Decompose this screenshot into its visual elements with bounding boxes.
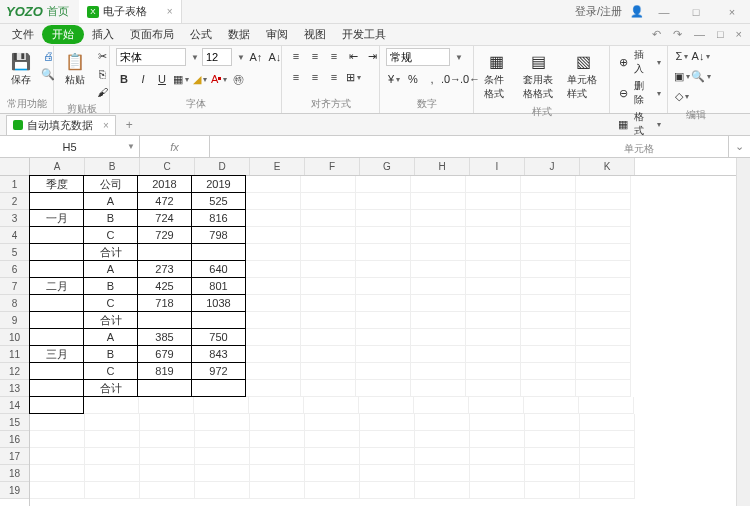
align-top-icon[interactable]: ≡ — [288, 48, 304, 64]
cut-icon[interactable]: ✂ — [94, 48, 110, 64]
cell[interactable]: 798 — [191, 226, 246, 244]
cell[interactable]: 724 — [137, 209, 192, 227]
cell[interactable] — [191, 379, 246, 397]
cell[interactable] — [466, 193, 521, 210]
align-left-icon[interactable]: ≡ — [288, 69, 304, 85]
expand-formula-icon[interactable]: ⌄ — [728, 136, 750, 157]
column-header[interactable]: K — [580, 158, 635, 175]
cell[interactable]: 季度 — [29, 175, 84, 193]
row-header[interactable]: 10 — [0, 329, 29, 346]
column-header[interactable]: H — [415, 158, 470, 175]
cell[interactable] — [85, 414, 140, 431]
cell[interactable] — [580, 465, 635, 482]
align-bottom-icon[interactable]: ≡ — [326, 48, 342, 64]
cell[interactable] — [521, 244, 576, 261]
cell[interactable] — [301, 295, 356, 312]
row-header[interactable]: 16 — [0, 431, 29, 448]
cell[interactable] — [411, 363, 466, 380]
cell[interactable] — [579, 397, 634, 414]
cell[interactable] — [30, 482, 85, 499]
cell[interactable] — [246, 176, 301, 193]
ribbon-help-icon[interactable]: □ — [713, 28, 728, 41]
cell[interactable] — [360, 482, 415, 499]
row-header[interactable]: 11 — [0, 346, 29, 363]
cell[interactable] — [305, 482, 360, 499]
cell[interactable] — [356, 227, 411, 244]
column-header[interactable]: I — [470, 158, 525, 175]
cell[interactable]: 1038 — [191, 294, 246, 312]
font-name-select[interactable] — [116, 48, 186, 66]
cell[interactable] — [411, 346, 466, 363]
cell[interactable] — [137, 243, 192, 261]
increase-font-icon[interactable]: A↑ — [248, 49, 264, 65]
cell[interactable] — [521, 380, 576, 397]
cell[interactable] — [29, 226, 84, 244]
align-middle-icon[interactable]: ≡ — [307, 48, 323, 64]
cell[interactable] — [246, 261, 301, 278]
cell[interactable]: C — [83, 362, 138, 380]
cell[interactable] — [137, 379, 192, 397]
cell[interactable] — [250, 414, 305, 431]
cell[interactable] — [301, 210, 356, 227]
cell[interactable] — [29, 294, 84, 312]
maximize-icon[interactable]: □ — [684, 6, 708, 18]
cell[interactable] — [580, 431, 635, 448]
row-header[interactable]: 6 — [0, 261, 29, 278]
close-window-icon[interactable]: × — [720, 6, 744, 18]
cell[interactable] — [356, 261, 411, 278]
cell[interactable] — [249, 397, 304, 414]
row-header[interactable]: 2 — [0, 193, 29, 210]
cell[interactable] — [301, 329, 356, 346]
cell[interactable] — [580, 448, 635, 465]
redo-icon[interactable]: ↷ — [669, 28, 686, 41]
cell[interactable] — [470, 431, 525, 448]
menu-data[interactable]: 数据 — [220, 25, 258, 44]
cell[interactable] — [191, 243, 246, 261]
cell[interactable] — [414, 397, 469, 414]
cell[interactable] — [524, 397, 579, 414]
cell[interactable]: 425 — [137, 277, 192, 295]
cell[interactable]: 2019 — [191, 175, 246, 193]
underline-icon[interactable]: U — [154, 71, 170, 87]
cell[interactable] — [140, 431, 195, 448]
cell[interactable] — [576, 261, 631, 278]
cell[interactable]: 729 — [137, 226, 192, 244]
cell[interactable]: 819 — [137, 362, 192, 380]
cell[interactable] — [411, 380, 466, 397]
format-cell-icon[interactable]: ▦ — [616, 116, 631, 132]
cell[interactable]: C — [83, 226, 138, 244]
sheet-tab[interactable]: 自动填充数据 × — [6, 115, 116, 135]
cell[interactable] — [301, 363, 356, 380]
chevron-down-icon[interactable]: ▼ — [237, 53, 245, 62]
cell[interactable] — [411, 295, 466, 312]
cell[interactable] — [466, 210, 521, 227]
column-header[interactable]: G — [360, 158, 415, 175]
cell[interactable] — [466, 295, 521, 312]
chevron-down-icon[interactable]: ▼ — [127, 142, 135, 151]
cell[interactable] — [137, 311, 192, 329]
cell[interactable] — [356, 346, 411, 363]
cell[interactable] — [194, 397, 249, 414]
cell[interactable] — [250, 482, 305, 499]
cell[interactable]: 472 — [137, 192, 192, 210]
cell[interactable] — [360, 414, 415, 431]
row-header[interactable]: 1 — [0, 176, 29, 193]
cell[interactable]: 合计 — [83, 379, 138, 397]
cell[interactable] — [576, 278, 631, 295]
cell[interactable]: 816 — [191, 209, 246, 227]
cell[interactable] — [521, 329, 576, 346]
column-header[interactable]: B — [85, 158, 140, 175]
column-header[interactable]: D — [195, 158, 250, 175]
cell[interactable] — [466, 363, 521, 380]
cell[interactable] — [466, 227, 521, 244]
cell[interactable] — [415, 465, 470, 482]
row-header[interactable]: 4 — [0, 227, 29, 244]
chevron-down-icon[interactable]: ▼ — [191, 53, 199, 62]
menu-start[interactable]: 开始 — [42, 25, 84, 44]
merge-cells-icon[interactable]: ⊞▾ — [345, 69, 361, 85]
cell[interactable] — [29, 396, 84, 414]
cond-format-button[interactable]: ▦ 条件格式 — [480, 48, 513, 103]
cell[interactable] — [411, 244, 466, 261]
cell[interactable] — [356, 278, 411, 295]
cell[interactable] — [521, 193, 576, 210]
